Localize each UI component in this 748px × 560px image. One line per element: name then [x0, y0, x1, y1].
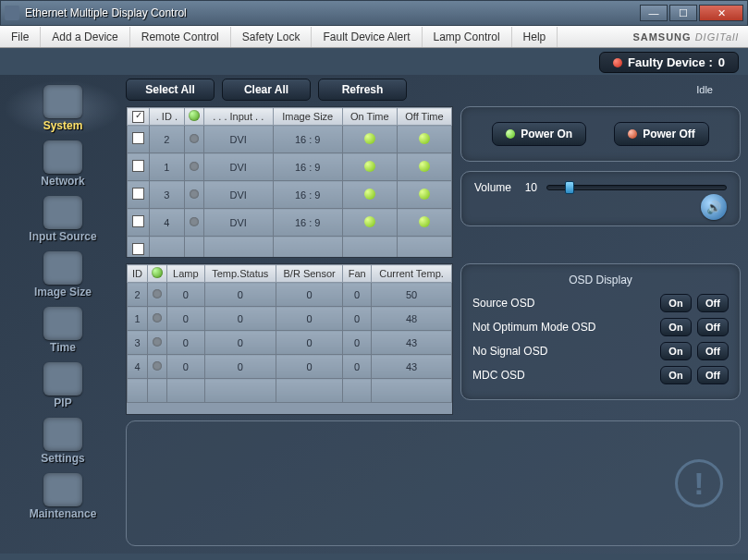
cell-input: DVI: [203, 126, 273, 153]
off-time-icon: [419, 133, 430, 144]
col2-br-sensor[interactable]: B/R Sensor: [276, 265, 343, 283]
power-status-icon: [153, 337, 162, 347]
row-checkbox[interactable]: [132, 188, 144, 200]
sidebar-item-maintenance[interactable]: Maintenance: [4, 469, 122, 524]
osd-off-button[interactable]: Off: [697, 318, 729, 336]
table-row[interactable]: 3 0 0 0 0 43: [128, 331, 452, 355]
osd-on-button[interactable]: On: [660, 294, 692, 312]
menu-help[interactable]: Help: [512, 27, 558, 47]
osd-row-label: MDC OSD: [472, 369, 655, 382]
close-button[interactable]: ✕: [699, 5, 743, 21]
osd-on-button[interactable]: On: [660, 342, 692, 360]
ic-input-icon: [43, 196, 82, 229]
sidebar-item-label: Input Source: [29, 230, 96, 243]
sidebar-item-network[interactable]: Network: [4, 136, 122, 191]
sidebar-item-input-source[interactable]: Input Source: [4, 191, 122, 247]
table-row[interactable]: 3 DVI 16 : 9: [128, 181, 452, 209]
cell-fan: 0: [343, 283, 372, 307]
cell-temp-status: 0: [204, 283, 276, 307]
row-checkbox[interactable]: [132, 243, 144, 255]
select-all-button[interactable]: Select All: [126, 79, 215, 101]
cell-id: 3: [128, 331, 148, 355]
osd-off-button[interactable]: Off: [697, 366, 729, 384]
col-image-size[interactable]: Image Size: [273, 108, 342, 126]
off-time-icon: [419, 189, 430, 200]
table-row[interactable]: 1 DVI 16 : 9: [128, 153, 452, 181]
table-row[interactable]: 4 DVI 16 : 9: [128, 209, 452, 237]
on-time-icon: [364, 161, 375, 172]
power-status-icon: [190, 162, 199, 171]
off-time-icon: [419, 216, 430, 227]
minimize-button[interactable]: —: [640, 5, 668, 21]
osd-off-button[interactable]: Off: [697, 294, 729, 312]
cell-image-size: 16 : 9: [273, 181, 342, 209]
col2-current-temp[interactable]: Current Temp.: [372, 265, 452, 283]
osd-row-label: Source OSD: [472, 297, 655, 310]
osd-on-button[interactable]: On: [660, 366, 692, 384]
cell-temp-status: 0: [204, 331, 276, 355]
row-checkbox[interactable]: [132, 132, 144, 144]
menu-file[interactable]: File: [0, 27, 41, 47]
faulty-label: Faulty Device :: [628, 55, 713, 69]
table-row[interactable]: 4 0 0 0 0 43: [128, 355, 452, 379]
menu-fault-alert[interactable]: Fault Device Alert: [312, 27, 422, 47]
power-status-icon: [153, 289, 162, 298]
sidebar-item-system[interactable]: System: [4, 80, 122, 136]
osd-panel: OSD Display Source OSD On OffNot Optimum…: [460, 263, 741, 400]
row-checkbox[interactable]: [132, 160, 144, 172]
row-checkbox[interactable]: [132, 215, 144, 227]
ic-time-icon: [43, 307, 82, 340]
cell-input: DVI: [203, 181, 273, 209]
col-off-time[interactable]: Off Time: [397, 108, 451, 126]
volume-label: Volume: [474, 181, 511, 194]
sidebar-item-image-size[interactable]: Image Size: [4, 247, 122, 302]
col2-id[interactable]: ID: [128, 265, 148, 283]
on-time-icon: [364, 189, 375, 200]
col2-temp-status[interactable]: Temp.Status: [204, 265, 276, 283]
col-input[interactable]: . . . Input . .: [203, 108, 273, 126]
menu-add-device[interactable]: Add a Device: [41, 27, 129, 47]
col2-fan[interactable]: Fan: [343, 265, 372, 283]
device-table[interactable]: . ID . . . . Input . . Image Size On Tim…: [126, 106, 453, 258]
ic-settings-icon: [43, 418, 82, 451]
table-row[interactable]: 1 0 0 0 0 48: [128, 307, 452, 331]
window-title: Ethernet Multiple Display Control: [25, 6, 640, 19]
clear-all-button[interactable]: Clear All: [222, 79, 311, 101]
sidebar-item-pip[interactable]: PIP: [4, 358, 122, 413]
table-row[interactable]: 2 DVI 16 : 9: [128, 126, 452, 153]
menu-remote-control[interactable]: Remote Control: [130, 27, 231, 47]
titlebar: Ethernet Multiple Display Control — ☐ ✕: [0, 0, 748, 26]
select-all-checkbox[interactable]: [132, 111, 144, 123]
led-green-icon: [506, 129, 515, 139]
col-id[interactable]: . ID .: [150, 108, 185, 126]
power-status-icon: [190, 134, 199, 143]
refresh-button[interactable]: Refresh: [318, 79, 407, 101]
col2-lamp[interactable]: Lamp: [167, 265, 204, 283]
cell-temp-status: 0: [204, 355, 276, 379]
menu-lamp-control[interactable]: Lamp Control: [423, 27, 512, 47]
faulty-count: 0: [718, 55, 725, 69]
cell-current-temp: 50: [372, 283, 452, 307]
status-table[interactable]: ID Lamp Temp.Status B/R Sensor Fan Curre…: [126, 263, 453, 415]
table-row[interactable]: 2 0 0 0 0 50: [128, 283, 452, 307]
col-on-time[interactable]: On Time: [342, 108, 397, 126]
osd-title: OSD Display: [472, 274, 729, 286]
power-off-button[interactable]: Power Off: [614, 122, 709, 146]
osd-off-button[interactable]: Off: [697, 342, 729, 360]
menu-safety-lock[interactable]: Safety Lock: [231, 27, 313, 47]
power-panel: Power On Power Off: [460, 106, 741, 162]
table-row: [128, 237, 452, 259]
off-time-icon: [419, 161, 430, 172]
sidebar-item-settings[interactable]: Settings: [4, 413, 122, 469]
maximize-button[interactable]: ☐: [669, 5, 697, 21]
sidebar-item-time[interactable]: Time: [4, 302, 122, 358]
cell-fan: 0: [343, 331, 372, 355]
faulty-device-badge: Faulty Device : 0: [599, 52, 739, 73]
volume-slider[interactable]: [546, 181, 727, 194]
brand-logo: SAMSUNG DIGITall: [632, 31, 748, 43]
osd-on-button[interactable]: On: [660, 318, 692, 336]
power-on-button[interactable]: Power On: [492, 122, 586, 146]
power-status-icon: [190, 217, 199, 226]
ic-network-icon: [43, 140, 82, 174]
speaker-icon[interactable]: 🔊: [701, 194, 727, 220]
